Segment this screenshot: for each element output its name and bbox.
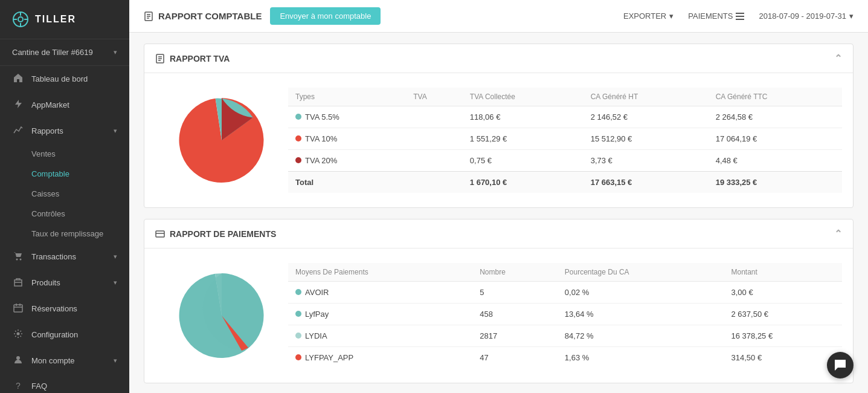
col-types: Types [288,88,406,106]
paiements-label: PAIEMENTS [688,11,733,21]
col-tva: TVA [406,88,463,106]
report-icon [144,11,153,21]
col-ht: CA Généré HT [583,88,709,106]
chevron-down-icon: ▾ [114,279,117,287]
col-ttc: CA Généré TTC [709,88,842,106]
sidebar-item-mon-compte[interactable]: Mon compte ▾ [0,348,129,374]
table-row: LyfPay 458 13,64 % 2 637,50 € [288,304,842,325]
chart-icon [12,125,24,137]
sidebar-item-produits-label: Produits [31,278,60,287]
tva-row-collected: 0,75 € [463,150,583,172]
date-range-selector[interactable]: 2018-07-09 - 2019-07-31 ▾ [759,11,854,21]
sidebar-item-configuration[interactable]: Configuration [0,322,129,348]
table-row: TVA 10% 1 551,29 € 15 512,90 € 17 064,19… [288,128,842,150]
sidebar-item-reservations-label: Réservations [31,304,77,313]
chevron-down-icon: ▾ [114,127,117,135]
sidebar-item-transactions-label: Transactions [31,252,76,261]
table-row: LYDIA 2817 84,72 % 16 378,25 € [288,325,842,347]
sidebar-item-appmarket[interactable]: AppMarket [0,92,129,118]
total-ttc: 19 333,25 € [709,172,842,193]
sidebar-item-tableau[interactable]: Tableau de bord [0,66,129,92]
logo-text: TILLER [35,14,76,25]
tva-total-row: Total 1 670,10 € 17 663,15 € 19 333,25 € [288,172,842,193]
svg-point-7 [20,259,22,261]
collapse-icon[interactable]: ⌃ [834,53,842,64]
tva-report-icon [155,54,165,63]
sidebar: TILLER Cantine de Tiller #6619 ▾ Tableau… [0,0,129,393]
tva-row-ht: 2 146,52 € [583,106,709,128]
pay-row-montant: 314,50 € [724,347,842,369]
tva-row-pct [406,128,463,150]
svg-point-1 [18,17,23,22]
tva-body: Types TVA TVA Collectée CA Généré HT CA … [144,73,853,207]
topbar: RAPPORT COMPTABLE Envoyer à mon comptabl… [129,0,868,33]
tva-pie-chart [173,92,270,189]
svg-rect-23 [736,16,744,17]
collapse-icon[interactable]: ⌃ [834,228,842,239]
page-title-text: RAPPORT COMPTABLE [158,11,262,21]
cart-icon [12,251,24,262]
svg-rect-10 [14,305,22,312]
sidebar-item-ventes[interactable]: Ventes [0,144,129,164]
paiements-report-icon [155,229,165,239]
total-tva [406,172,463,193]
chevron-down-icon: ▾ [114,48,117,56]
date-range-text: 2018-07-09 - 2019-07-31 [759,11,846,21]
chat-button[interactable] [827,352,854,378]
tva-row-ttc: 17 064,19 € [709,128,842,150]
logo-icon [12,11,29,28]
sidebar-item-produits[interactable]: Produits ▾ [0,270,129,296]
sidebar-item-reservations[interactable]: Réservations [0,296,129,322]
paiements-pie-chart [173,267,270,364]
sidebar-item-controles[interactable]: Contrôles [0,204,129,224]
pay-row-pct: 0,02 % [558,282,724,304]
sidebar-item-faq[interactable]: ? FAQ [0,374,129,393]
paiements-chart [155,263,288,368]
paiements-table: Moyens De Paiements Nombre Pourcentage D… [288,263,842,368]
sidebar-item-comptable[interactable]: Comptable [0,164,129,184]
paiements-title: RAPPORT DE PAIEMENTS [155,229,276,239]
sidebar-item-transactions[interactable]: Transactions ▾ [0,244,129,270]
company-selector[interactable]: Cantine de Tiller #6619 ▾ [0,39,129,66]
total-label: Total [288,172,406,193]
chat-icon [834,359,847,372]
col-montant: Montant [724,263,842,282]
paiements-body: Moyens De Paiements Nombre Pourcentage D… [144,248,853,383]
question-icon: ? [12,381,24,391]
tva-row-label: TVA 5.5% [288,106,406,128]
company-name: Cantine de Tiller #6619 [12,48,93,57]
tva-row-label: TVA 10% [288,128,406,150]
sidebar-item-rapports[interactable]: Rapports ▾ [0,118,129,144]
tva-row-collected: 118,06 € [463,106,583,128]
chevron-down-icon: ▾ [114,253,117,261]
table-row: TVA 20% 0,75 € 3,73 € 4,48 € [288,150,842,172]
chevron-down-icon: ▾ [114,357,117,365]
svg-point-6 [16,259,18,261]
home-icon [12,73,24,85]
pay-row-pct: 1,63 % [558,347,724,369]
pay-row-label: LyfPay [288,304,472,325]
pay-row-nombre: 47 [472,347,558,369]
total-ht: 17 663,15 € [583,172,709,193]
main-content: RAPPORT COMPTABLE Envoyer à mon comptabl… [129,0,868,393]
export-button[interactable]: EXPORTER ▾ [623,11,674,21]
send-button[interactable]: Envoyer à mon comptable [270,7,381,25]
col-nombre: Nombre [472,263,558,282]
logo: TILLER [0,0,129,39]
total-collected: 1 670,10 € [463,172,583,193]
sidebar-item-taux[interactable]: Taux de remplissage [0,224,129,244]
pay-row-montant: 3,00 € [724,282,842,304]
tva-row-label: TVA 20% [288,150,406,172]
topbar-left: RAPPORT COMPTABLE Envoyer à mon comptabl… [144,7,381,25]
sidebar-item-caisses[interactable]: Caisses [0,184,129,204]
chevron-down-icon: ▾ [849,11,854,21]
table-row: AVOIR 5 0,02 % 3,00 € [288,282,842,304]
tva-section: RAPPORT TVA ⌃ [144,44,854,208]
tva-row-ttc: 2 264,58 € [709,106,842,128]
table-row: TVA 5.5% 118,06 € 2 146,52 € 2 264,58 € [288,106,842,128]
paiements-table-area: Moyens De Paiements Nombre Pourcentage D… [288,263,842,368]
box-icon [12,277,24,288]
col-moyens: Moyens De Paiements [288,263,472,282]
paiements-button[interactable]: PAIEMENTS [688,11,744,21]
table-row: LYFPAY_APP 47 1,63 % 314,50 € [288,347,842,369]
